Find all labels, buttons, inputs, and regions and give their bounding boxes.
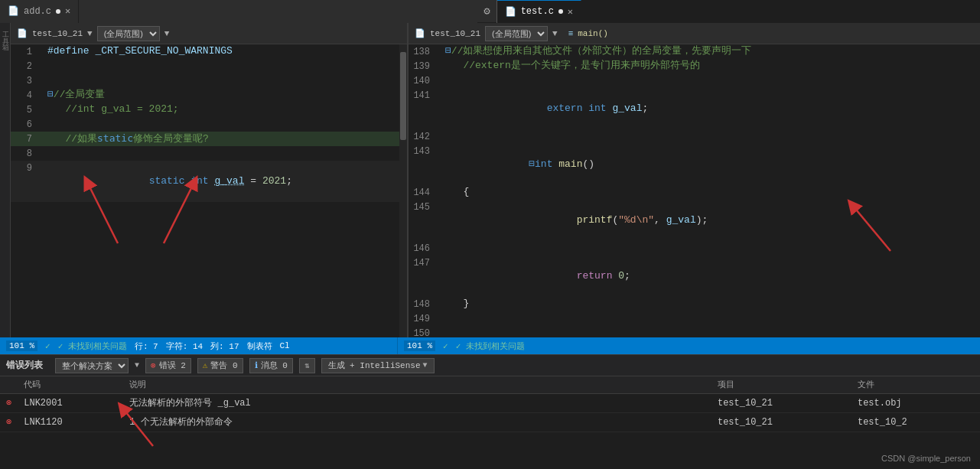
table-row: 139 //extern是一个关键字，是专门用来声明外部符号的	[409, 59, 980, 73]
table-row: 7 //如果static修饰全局变量呢?	[11, 132, 407, 146]
table-row: 2	[11, 59, 407, 73]
left-zoom: 101 %	[6, 340, 37, 351]
right-breadcrumb[interactable]: test_10_21	[430, 29, 480, 38]
scope-select[interactable]: 整个解决方案	[55, 358, 129, 373]
func-indicator: ≡	[568, 29, 574, 38]
table-header-row: 代码 说明 项目 文件	[0, 376, 980, 394]
table-row: 6	[11, 117, 407, 132]
error-code-1[interactable]: LNK2001	[18, 394, 123, 413]
table-row: 4 ⊟//全局变量	[11, 88, 407, 103]
close-tab-add[interactable]: ✕	[65, 5, 70, 17]
table-row: 147 return 0;	[409, 256, 980, 297]
error-table-container: 代码 说明 项目 文件 ⊗ LNK2001 无法解析的外部符号 _g_val t…	[0, 376, 980, 469]
error-filter-icon: ⊗	[151, 360, 156, 370]
tab-dot-add	[56, 9, 60, 14]
table-row: 149	[409, 311, 980, 326]
error-file-1: test.obj	[851, 394, 980, 413]
col-desc: 说明	[123, 376, 711, 394]
col-project: 项目	[711, 376, 851, 394]
error-icon-1: ⊗	[0, 394, 18, 413]
tab-add-c[interactable]: 📄 add.c ✕	[0, 0, 79, 23]
sort-icon: ⇅	[304, 360, 310, 370]
left-scrollbar[interactable]	[399, 44, 407, 337]
col-file: 文件	[851, 376, 980, 394]
right-status: 101 % ✓ ✓ 未找到相关问题	[398, 337, 980, 354]
table-row[interactable]: ⊗ LNK2001 无法解析的外部符号 _g_val test_10_21 te…	[0, 394, 980, 413]
error-desc-1: 无法解析的外部符号 _g_val	[123, 394, 711, 413]
tab-dot-test	[558, 9, 563, 14]
right-scope-select[interactable]: (全局范围)	[485, 26, 548, 41]
warning-filter-btn[interactable]: ⚠ 警告 0	[197, 358, 243, 373]
right-scope-arrow: ▼	[552, 29, 558, 38]
error-icon-2: ⊗	[0, 413, 18, 432]
message-filter-btn[interactable]: ℹ 消息 0	[249, 358, 293, 373]
file-icon: 📄	[8, 5, 19, 17]
col-code: 代码	[18, 376, 123, 394]
error-filter-label: 错误 2	[159, 360, 186, 371]
table-row: 8	[11, 146, 407, 161]
settings-gear-icon[interactable]: ⚙	[477, 5, 496, 18]
table-row: 138 ⊟//如果想使用来自其他文件（外部文件）的全局变量，先要声明一下	[409, 44, 980, 59]
right-code-table: 138 ⊟//如果想使用来自其他文件（外部文件）的全局变量，先要声明一下 139…	[409, 44, 980, 337]
file-indicator-right: 📄	[415, 28, 425, 38]
left-check-text: ✓ 未找到相关问题	[58, 340, 127, 352]
status-bar: 101 % ✓ ✓ 未找到相关问题 行: 7 字符: 14 列: 17 制表符 …	[0, 337, 980, 354]
right-editor-toolbar: 📄 test_10_21 (全局范围) ▼ ≡ main()	[409, 23, 980, 44]
tab-label-add: add.c	[24, 6, 51, 17]
message-filter-icon: ℹ	[255, 360, 258, 370]
file-indicator: 📄	[17, 28, 28, 38]
build-label: 生成 + IntelliSense	[328, 360, 421, 371]
table-row: 3	[11, 73, 407, 88]
error-file-2: test_10_2	[851, 413, 980, 432]
error-desc-2: 1 个无法解析的外部命令	[123, 413, 711, 432]
left-scroll-thumb[interactable]	[400, 52, 406, 140]
table-row[interactable]: ⊗ LNK1120 1 个无法解析的外部命令 test_10_21 test_1…	[0, 413, 980, 432]
table-row: 148 }	[409, 297, 980, 311]
left-tab: 制表符	[247, 340, 272, 352]
left-code-table: 1 #define _CRT_SECURE_NO_WARNINGS 2 3 4 …	[11, 44, 407, 202]
left-sel: 列: 17	[210, 340, 239, 352]
left-scope-select[interactable]: (全局范围)	[97, 26, 160, 41]
build-intelli-btn[interactable]: 生成 + IntelliSense ▼	[321, 358, 435, 373]
tab-label-test: test.c	[521, 6, 554, 17]
panel-toolbar: 整个解决方案 ▼ ⊗ 错误 2 ⚠ 警告 0 ℹ 消息 0	[55, 358, 435, 373]
left-scope-arrow: ▼	[164, 29, 170, 38]
error-filter-btn[interactable]: ⊗ 错误 2	[145, 358, 191, 373]
col-icon	[0, 376, 18, 394]
left-code-area[interactable]: 1 #define _CRT_SECURE_NO_WARNINGS 2 3 4 …	[11, 44, 407, 337]
error-project-1: test_10_21	[711, 394, 851, 413]
message-filter-label: 消息 0	[261, 360, 288, 371]
table-row: 140	[409, 73, 980, 88]
right-check-text: ✓ 未找到相关问题	[456, 340, 525, 352]
right-code-area[interactable]: 138 ⊟//如果想使用来自其他文件（外部文件）的全局变量，先要声明一下 139…	[409, 44, 980, 337]
left-check-icon: ✓	[45, 341, 50, 351]
table-row: 144 {	[409, 185, 980, 200]
error-list-table: 代码 说明 项目 文件 ⊗ LNK2001 无法解析的外部符号 _g_val t…	[0, 376, 980, 432]
left-scope: ▼	[87, 29, 93, 38]
warning-filter-label: 警告 0	[210, 360, 237, 371]
sort-btn[interactable]: ⇅	[299, 358, 315, 373]
table-row: 143 ⊟int main()	[409, 144, 980, 185]
left-sidebar: 工 具 箱	[0, 23, 11, 337]
panel-title-bar: 错误列表 整个解决方案 ▼ ⊗ 错误 2 ⚠ 警告 0	[0, 355, 980, 376]
tab-test-c[interactable]: 📄 test.c ✕	[497, 0, 581, 23]
left-editor-pane: 📄 test_10_21 ▼ (全局范围) ▼ 1 #define _CRT_S…	[11, 23, 409, 337]
table-row: 5 //int g_val = 2021;	[11, 103, 407, 117]
table-row: 9 static int g_val = 2021;	[11, 161, 407, 202]
left-col: 字符: 14	[166, 340, 203, 352]
file-icon-right: 📄	[505, 6, 516, 18]
left-enc: Cl	[280, 341, 290, 350]
right-check-icon: ✓	[443, 341, 448, 351]
bottom-panel: 错误列表 整个解决方案 ▼ ⊗ 错误 2 ⚠ 警告 0	[0, 354, 980, 469]
build-arrow: ▼	[423, 361, 428, 370]
left-breadcrumb[interactable]: test_10_21	[32, 29, 83, 38]
error-code-2[interactable]: LNK1120	[18, 413, 123, 432]
table-row: 150	[409, 326, 980, 337]
table-row: 142	[409, 129, 980, 144]
table-row: 145 printf("%d\n", g_val);	[409, 200, 980, 241]
scope-arrow: ▼	[135, 361, 139, 370]
error-rows: ⊗ LNK2001 无法解析的外部符号 _g_val test_10_21 te…	[0, 394, 980, 432]
table-row: 1 #define _CRT_SECURE_NO_WARNINGS	[11, 44, 407, 59]
warning-filter-icon: ⚠	[203, 360, 208, 370]
close-tab-test[interactable]: ✕	[568, 6, 573, 18]
